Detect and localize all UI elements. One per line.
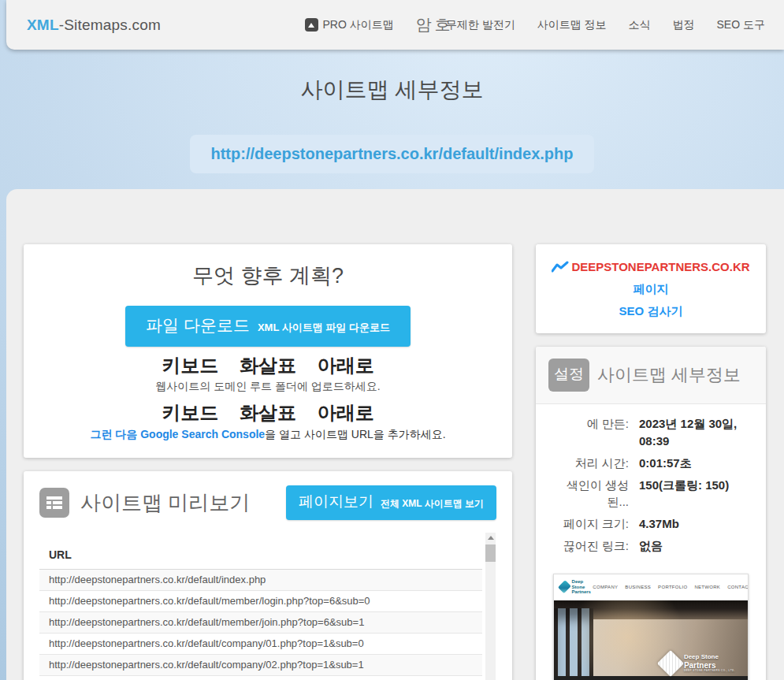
table-row[interactable]: http://deepstonepartners.co.kr/default/c…: [39, 634, 482, 655]
download-button-primary-label: 파일 다운로드: [146, 314, 250, 336]
url-table-wrap: URL http://deepstonepartners.co.kr/defau…: [24, 528, 512, 676]
sitemap-details-card: 설정 사이트맵 세부정보 에 만든: 2023년 12월 30일, 08:39 …: [536, 347, 766, 680]
url-column-header: URL: [39, 528, 482, 570]
download-button-secondary-label: XML 사이트맵 파일 다운로드: [258, 321, 390, 335]
detail-row-indexed-pages: 색인이 생성된... 150(크롤링: 150): [548, 477, 753, 511]
deepstone-logo-icon: [558, 581, 571, 594]
details-header: 설정 사이트맵 세부정보: [536, 347, 766, 404]
deepstone-diamond-icon: [657, 650, 684, 677]
nav-item-generator[interactable]: 암호 무제한 발전기: [416, 14, 515, 35]
top-navbar: XML-Sitemaps.com PRO 사이트맵 암호 무제한 발전기 사이트…: [6, 0, 784, 50]
left-column: 무엇 향후 계획? 파일 다운로드 XML 사이트맵 파일 다운로드 키보드 화…: [24, 244, 512, 680]
right-column: DEEPSTONEPARTNERS.CO.KR 페이지 SEO 검사기 설정 사…: [536, 244, 766, 680]
detail-row-page-size: 페이지 크기: 4.37Mb: [548, 515, 753, 533]
step-arrow-text: 키보드 화살표 아래로: [39, 400, 496, 425]
details-body: 에 만든: 2023년 12월 30일, 08:39 처리 시간: 0:01:5…: [536, 404, 766, 562]
site-logo[interactable]: XML-Sitemaps.com: [27, 17, 161, 34]
website-thumbnail[interactable]: Deep Stone Partners COMPANY BUSINESS POR…: [553, 574, 749, 680]
pro-upload-icon: [305, 18, 318, 32]
nav-label: 무제한 발전기: [446, 18, 515, 32]
google-search-console-link[interactable]: 그런 다음 Google Search Console: [90, 428, 265, 440]
step-arrow-text: 키보드 화살표 아래로: [39, 353, 496, 378]
thumb-menu-item: COMPANY: [593, 585, 618, 589]
thumb-menu-item: CONTACT: [727, 585, 749, 589]
content-area: 무엇 향후 계획? 파일 다운로드 XML 사이트맵 파일 다운로드 키보드 화…: [6, 189, 784, 680]
scroll-up-icon[interactable]: [485, 533, 496, 543]
seo-checker-link[interactable]: SEO 검사기: [619, 304, 683, 318]
details-title: 사이트맵 세부정보: [597, 363, 741, 387]
preview-header: 사이트맵 미리보기 페이지보기 전체 XML 사이트맵 보기: [24, 471, 512, 525]
detail-row-broken-links: 끊어진 링크: 없음: [548, 537, 753, 555]
nav-item-seo-tools[interactable]: SEO 도구: [717, 18, 765, 32]
table-row[interactable]: http://deepstonepartners.co.kr/default/m…: [39, 612, 482, 634]
url-table: URL http://deepstonepartners.co.kr/defau…: [39, 528, 482, 676]
preview-title: 사이트맵 미리보기: [80, 489, 250, 517]
scrollbar-thumb[interactable]: [485, 544, 496, 562]
seo-checker-card[interactable]: DEEPSTONEPARTNERS.CO.KR 페이지 SEO 검사기: [536, 244, 766, 333]
detail-row-processing-time: 처리 시간: 0:01:57초: [548, 455, 753, 472]
thumb-hero-photo: Deep Stone Partners DEEP STONE PARTNERS …: [554, 600, 748, 676]
seo-suffix-text: 페이지: [634, 282, 669, 295]
nav-label: 사이트맵 정보: [537, 18, 607, 32]
table-scrollbar[interactable]: [485, 533, 496, 680]
thumb-logo: Deep Stone Partners: [560, 579, 593, 596]
table-icon: [39, 488, 69, 518]
nav-item-pro-sitemap[interactable]: PRO 사이트맵: [305, 18, 394, 32]
console-hint-rest: 을 열고 사이트맵 URL을 추가하세요.: [265, 428, 445, 440]
logo-highlight: XML: [27, 17, 59, 33]
thumb-menu-item: NETWORK: [694, 585, 720, 589]
next-steps-card: 무엇 향후 계획? 파일 다운로드 XML 사이트맵 파일 다운로드 키보드 화…: [24, 244, 512, 458]
table-row[interactable]: http://deepstonepartners.co.kr/default/c…: [39, 655, 482, 676]
upload-hint-text: 웹사이트의 도메인 루트 폴더에 업로드하세요.: [39, 380, 496, 394]
thumb-logo-overlay: Deep Stone Partners DEEP STONE PARTNERS …: [661, 654, 735, 673]
page-title: 사이트맵 세부정보: [0, 75, 784, 105]
hero-section: 사이트맵 세부정보 http://deepstonepartners.co.kr…: [0, 50, 784, 189]
thumb-navbar: Deep Stone Partners COMPANY BUSINESS POR…: [554, 574, 748, 600]
thumb-menu-item: PORTFOLIO: [658, 585, 687, 589]
main-nav: PRO 사이트맵 암호 무제한 발전기 사이트맵 정보 소식 법정 SEO 도구: [305, 14, 765, 35]
nav-label: SEO 도구: [717, 18, 765, 32]
logo-rest: -Sitemaps.com: [59, 17, 161, 33]
sitemap-preview-card: 사이트맵 미리보기 페이지보기 전체 XML 사이트맵 보기 URL http:…: [24, 471, 512, 680]
nav-item-legal[interactable]: 법정: [673, 18, 695, 32]
download-sitemap-button[interactable]: 파일 다운로드 XML 사이트맵 파일 다운로드: [125, 306, 411, 347]
thumb-menu: COMPANY BUSINESS PORTFOLIO NETWORK CONTA…: [593, 585, 749, 589]
table-row[interactable]: http://deepstonepartners.co.kr/default/m…: [39, 591, 482, 612]
view-full-sitemap-button[interactable]: 페이지보기 전체 XML 사이트맵 보기: [286, 485, 496, 520]
next-steps-title: 무엇 향후 계획?: [39, 262, 496, 290]
table-row[interactable]: http://deepstonepartners.co.kr/default/i…: [39, 570, 482, 591]
console-hint-text: 그런 다음 Google Search Console을 열고 사이트맵 URL…: [39, 428, 496, 442]
nav-label: 소식: [629, 18, 651, 32]
view-button-primary-label: 페이지보기: [299, 492, 373, 512]
detail-row-created: 에 만든: 2023년 12월 30일, 08:39: [548, 415, 753, 450]
sitemap-url: http://deepstonepartners.co.kr/default/i…: [190, 135, 593, 173]
nav-label: PRO 사이트맵: [323, 18, 394, 32]
seo-domain-text: DEEPSTONEPARTNERS.CO.KR: [571, 260, 749, 273]
view-button-secondary-label: 전체 XML 사이트맵 보기: [381, 497, 484, 511]
settings-badge: 설정: [548, 359, 589, 392]
nav-label: 법정: [673, 18, 695, 32]
nav-item-news[interactable]: 소식: [629, 18, 651, 32]
thumb-footer: P r o c e s s i n g T h e U n p r o c e …: [554, 676, 748, 680]
nav-item-sitemap-info[interactable]: 사이트맵 정보: [537, 18, 607, 32]
thumb-menu-item: BUSINESS: [625, 585, 651, 589]
line-chart-icon: [552, 261, 569, 273]
